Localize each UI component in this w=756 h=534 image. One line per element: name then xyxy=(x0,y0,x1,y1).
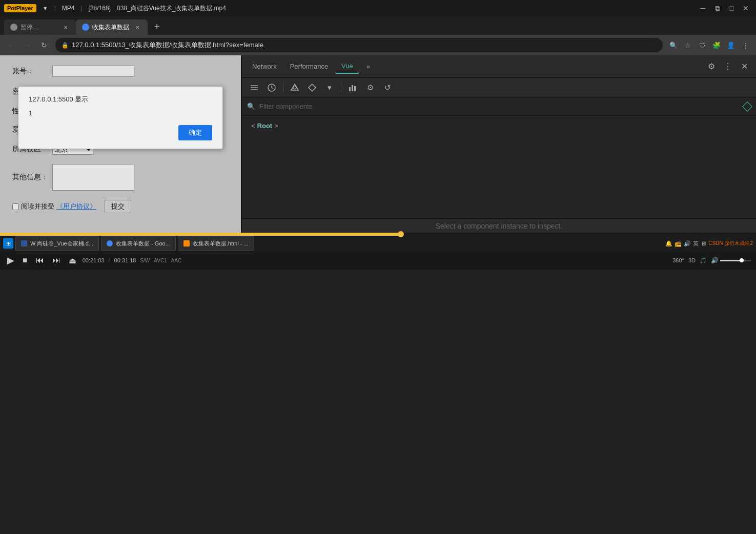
seek-bar-fill xyxy=(0,233,401,236)
volume-bar-handle xyxy=(740,258,744,262)
avatar-button[interactable]: 👤 xyxy=(724,38,738,52)
eject-button[interactable]: ⏏ xyxy=(67,255,78,266)
svg-rect-11 xyxy=(354,86,356,91)
address-bar-row: ← → ↻ 🔒 127.0.0.1:5500/13_收集表单数据/收集表单数据.… xyxy=(0,35,756,55)
player-controls: ▶ ■ ⏮ ⏭ ⏏ 00:21:03 / 00:31:18 S/W AVC1 A… xyxy=(0,251,756,270)
tab-close-1[interactable]: ✕ xyxy=(62,23,70,31)
volume-bar-fill xyxy=(720,260,742,261)
search-button[interactable]: 🔍 xyxy=(667,38,680,52)
vscode-icon xyxy=(183,240,190,247)
notification-icon[interactable]: 🔔 xyxy=(665,240,672,247)
browser-tab-1[interactable]: 暂停… ✕ xyxy=(4,19,76,35)
audio-icon[interactable]: 🎵 xyxy=(700,257,707,264)
language-indicator[interactable]: 英 xyxy=(693,240,699,248)
volume-icon[interactable]: 🔊 xyxy=(684,240,691,247)
devtools-tab-vue[interactable]: Vue xyxy=(335,59,359,74)
system-tray: 🔔 📻 🔊 英 🖥 CSDN @衍木成桂2 xyxy=(665,240,753,248)
word-icon xyxy=(21,240,27,247)
prev-button[interactable]: ⏮ xyxy=(34,255,46,266)
browser-toolbar-actions: 🔍 ☆ 🛡 🧩 👤 ⋮ xyxy=(667,38,752,52)
radio-icon: 📻 xyxy=(675,240,682,247)
svg-rect-9 xyxy=(349,87,351,91)
devtools-bottom-pane: Select a component instance to inspect. xyxy=(242,218,756,233)
minimize-button[interactable]: ─ xyxy=(698,3,709,13)
component-tree: < Root > xyxy=(242,116,756,218)
vue-settings-icon[interactable]: ⚙ xyxy=(363,80,377,95)
taskbar-items-row: ⊞ W 尚硅谷_Vue全家桶.d... 收集表单数据 - Goo... 收集表单… xyxy=(0,236,756,251)
next-button[interactable]: ⏭ xyxy=(50,255,63,266)
refresh-icon[interactable]: ↺ xyxy=(380,80,395,95)
tab-title-2: 收集表单数据 xyxy=(92,23,130,32)
devtools-more-tabs-button[interactable]: » xyxy=(360,59,376,73)
windows-start-button[interactable]: ⊞ xyxy=(3,238,13,249)
shield-button[interactable]: 🛡 xyxy=(696,38,709,52)
csdn-label: CSDN @衍木成桂2 xyxy=(708,240,753,247)
chrome-icon xyxy=(107,240,113,247)
player-time-current: 00:21:03 xyxy=(83,257,105,263)
vuex-icon[interactable] xyxy=(288,80,302,95)
svg-rect-10 xyxy=(352,85,353,91)
taskbar-item-word-label: W 尚硅谷_Vue全家桶.d... xyxy=(30,240,93,248)
history-icon[interactable] xyxy=(264,80,279,95)
taskbar-item-chrome[interactable]: 收集表单数据 - Goo... xyxy=(101,236,176,251)
filter-diamond-icon xyxy=(742,101,752,112)
root-component-name: Root xyxy=(257,122,273,130)
component-tree-icon[interactable] xyxy=(247,80,261,95)
potplayer-dropdown-icon[interactable]: ▼ xyxy=(43,5,48,11)
webpage-content: 账号： 密码： 性别： 男 女 爱好： 学习 打游戏 吃饭 xyxy=(0,55,241,233)
taskbar-item-vscode-label: 收集表单数据.html - ... xyxy=(193,240,249,248)
volume-bar[interactable] xyxy=(720,260,751,261)
seek-bar[interactable] xyxy=(0,233,756,236)
back-button[interactable]: ← xyxy=(4,38,18,52)
play-button[interactable]: ▶ xyxy=(5,254,16,267)
browser-tab-2[interactable]: 收集表单数据 ✕ xyxy=(76,19,148,35)
router-icon[interactable] xyxy=(305,80,319,95)
new-tab-button[interactable]: + xyxy=(150,19,164,34)
menu-button[interactable]: ⋮ xyxy=(739,38,752,52)
potplayer-logo[interactable]: PotPlayer xyxy=(4,4,36,12)
stop-button[interactable]: ■ xyxy=(21,255,30,266)
content-row: 账号： 密码： 性别： 男 女 爱好： 学习 打游戏 吃饭 xyxy=(0,55,756,233)
reload-button[interactable]: ↻ xyxy=(37,38,51,52)
display-icon: 🖥 xyxy=(701,240,706,247)
address-bar[interactable]: 🔒 127.0.0.1:5500/13_收集表单数据/收集表单数据.html?s… xyxy=(55,38,663,52)
icon-bar-divider-1 xyxy=(283,83,283,93)
potplayer-titlebar: PotPlayer ▼ | MP4 | [38/168] 038_尚硅谷Vue技… xyxy=(0,0,756,16)
mode-3d-label: 3D xyxy=(688,257,696,263)
svg-marker-8 xyxy=(309,84,316,91)
address-text: 127.0.0.1:5500/13_收集表单数据/收集表单数据.html?sex… xyxy=(72,40,657,50)
devtools-panel: Network Performance Vue » ⚙ ⋮ ✕ ▾ xyxy=(241,55,756,233)
bookmark-button[interactable]: ☆ xyxy=(681,38,694,52)
alert-ok-button[interactable]: 确定 xyxy=(178,125,212,140)
devtools-tab-network[interactable]: Network xyxy=(246,59,283,73)
devtools-icon-bar: ▾ ⚙ ↺ xyxy=(242,78,756,97)
restore-button[interactable]: ⧉ xyxy=(712,3,723,14)
tab-close-2[interactable]: ✕ xyxy=(133,23,141,31)
window-controls: ─ ⧉ □ ✕ xyxy=(698,3,752,14)
tab-title-1: 暂停… xyxy=(21,23,58,32)
filename: 038_尚硅谷Vue技术_收集表单数据.mp4 xyxy=(117,4,691,13)
forward-button[interactable]: → xyxy=(21,38,35,52)
volume-control: 🔊 xyxy=(711,257,751,264)
format-label: MP4 xyxy=(62,5,75,12)
extension-button[interactable]: 🧩 xyxy=(710,38,723,52)
codec-sw: S/W xyxy=(140,258,150,263)
lock-icon: 🔒 xyxy=(62,42,69,49)
svg-line-5 xyxy=(272,88,273,89)
devtools-tab-performance[interactable]: Performance xyxy=(284,59,334,73)
taskbar: ⊞ W 尚硅谷_Vue全家桶.d... 收集表单数据 - Goo... 收集表单… xyxy=(0,233,756,270)
taskbar-item-word[interactable]: W 尚硅谷_Vue全家桶.d... xyxy=(15,236,99,251)
devtools-settings-button[interactable]: ⚙ xyxy=(704,59,719,74)
volume-speaker-icon[interactable]: 🔊 xyxy=(711,257,719,264)
alert-footer: 确定 xyxy=(29,125,212,140)
chevron-down-icon[interactable]: ▾ xyxy=(322,80,337,95)
root-component-node[interactable]: < Root > xyxy=(249,121,749,131)
filter-input[interactable] xyxy=(259,102,740,110)
close-button[interactable]: ✕ xyxy=(740,3,752,13)
devtools-close-button[interactable]: ✕ xyxy=(737,59,752,74)
devtools-more-button[interactable]: ⋮ xyxy=(720,59,735,74)
taskbar-item-vscode[interactable]: 收集表单数据.html - ... xyxy=(178,236,254,251)
performance-chart-icon[interactable] xyxy=(345,80,360,95)
maximize-button[interactable]: □ xyxy=(726,3,737,13)
tab-favicon-1 xyxy=(10,24,17,31)
